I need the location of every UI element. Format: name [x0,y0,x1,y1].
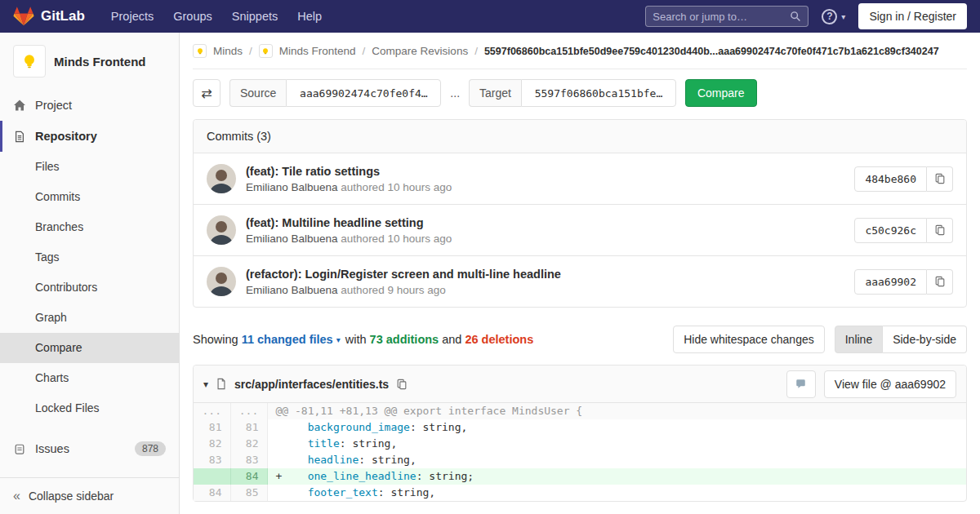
chevron-down-icon[interactable]: ▾ [336,335,341,344]
commit-meta: Emiliano Balbuena authored 10 hours ago [246,233,844,245]
swap-arrows-icon: ⇄ [201,86,212,101]
sidebar-item-files[interactable]: Files [0,152,179,182]
gitlab-logo[interactable]: GitLab [13,7,85,26]
code-key: footer_text [308,486,378,498]
project-header[interactable]: Minds Frontend [0,33,179,90]
code-key: headline [308,454,359,466]
commit-action: authored [341,284,384,296]
sidebar-item-locked-files[interactable]: Locked Files [0,393,179,423]
file-path[interactable]: src/app/interfaces/entities.ts [234,378,389,391]
commits-panel-title: Commits (3) [194,120,966,153]
code-indent [282,486,307,498]
sign-in-register-button[interactable]: Sign in / Register [858,3,967,29]
sidebar-item-tags[interactable]: Tags [0,242,179,273]
breadcrumb-group[interactable]: Minds [213,45,243,57]
copy-path-icon[interactable] [396,379,408,390]
new-line-number[interactable]: 82 [230,436,267,452]
sidebar-item-contributors[interactable]: Contributors [0,273,179,303]
old-line-number[interactable]: 82 [194,436,230,452]
nav-item-snippets[interactable]: Snippets [222,0,287,33]
author-avatar[interactable] [207,215,236,245]
old-line-number[interactable]: 83 [194,452,230,468]
commit-author[interactable]: Emiliano Balbuena [246,181,338,193]
toggle-comments-button[interactable] [786,370,816,398]
collapse-sidebar-label: Collapse sidebar [29,490,114,503]
compare-button[interactable]: Compare [685,79,757,107]
global-search[interactable] [645,6,808,27]
project-avatar [13,45,46,78]
sidebar-item-compare[interactable]: Compare [0,333,179,363]
copy-sha-button[interactable] [927,166,953,192]
file-icon [216,378,227,390]
copy-sha-button[interactable] [927,269,953,295]
collapse-diff-icon[interactable]: ▾ [203,379,208,390]
diff-row-added: 84 + one_line_headline: string; [194,468,966,485]
deletions-count: 26 deletions [465,333,533,346]
copy-icon [934,224,946,236]
view-file-button[interactable]: View file @ aaa69902 [824,370,956,398]
commits-panel: Commits (3) (feat): Tile ratio settings … [193,119,967,308]
inline-view-button[interactable]: Inline [835,326,883,353]
code-indent [282,437,307,450]
nav-item-projects[interactable]: Projects [101,0,163,33]
changed-files-dropdown[interactable]: 11 changed files [242,333,333,346]
gitlab-tanuki-icon [13,7,34,26]
swap-revisions-button[interactable]: ⇄ [193,79,220,107]
commit-title[interactable]: (feat): Tile ratio settings [246,165,844,178]
sidebar: Minds Frontend Project Repository Files … [0,33,180,514]
issues-count-badge: 878 [135,441,166,456]
sidebar-item-branches[interactable]: Branches [0,212,179,242]
commit-meta: Emiliano Balbuena authored 9 hours ago [246,284,844,296]
copy-sha-button[interactable] [927,218,953,243]
author-avatar[interactable] [207,267,236,296]
sidebar-item-repository[interactable]: Repository [0,121,179,152]
help-dropdown[interactable]: ? ▾ [822,9,845,24]
target-ref-input[interactable] [521,79,676,107]
diff-summary-row: Showing 11 changed files ▾ with 73 addit… [193,326,967,353]
old-line-number[interactable]: 81 [194,419,230,436]
nav-item-groups[interactable]: Groups [163,0,222,33]
old-line-number[interactable] [194,468,230,485]
commit-sha-group: c50c926c [854,218,953,243]
main-content: Minds / Minds Frontend / Compare Revisio… [180,33,980,514]
code-indent [282,454,307,466]
diff-view-actions: Hide whitespace changes Inline Side-by-s… [673,326,967,353]
issues-icon [13,443,26,455]
commit-sha[interactable]: 484be860 [854,166,927,192]
new-line-number[interactable]: 83 [230,452,267,468]
collapse-sidebar-button[interactable]: « Collapse sidebar [0,477,179,514]
commit-author[interactable]: Emiliano Balbuena [246,284,338,296]
nav-item-help[interactable]: Help [287,0,332,33]
sidebar-item-commits[interactable]: Commits [0,182,179,212]
source-ref-input[interactable] [286,79,441,107]
author-avatar[interactable] [207,164,236,193]
new-line-number[interactable]: 85 [230,485,267,501]
commit-time: 9 hours ago [387,284,445,296]
home-icon [13,99,26,112]
additions-count: 73 additions [370,333,439,346]
sidebar-item-project[interactable]: Project [0,90,179,121]
new-line-number[interactable]: 84 [230,468,267,485]
sidebar-item-issues[interactable]: Issues 878 [0,432,179,465]
commit-sha[interactable]: c50c926c [854,218,927,243]
commit-author[interactable]: Emiliano Balbuena [246,233,338,245]
new-line-number: ... [230,403,267,419]
breadcrumb-project[interactable]: Minds Frontend [279,45,356,57]
main-menu: Projects Groups Snippets Help [101,0,332,33]
code-line: title: string, [267,436,966,452]
commit-title[interactable]: (refactor): Login/Register screen and mu… [246,268,844,281]
sidebar-item-graph[interactable]: Graph [0,303,179,333]
chevron-down-icon: ▾ [841,12,845,21]
side-by-side-view-button[interactable]: Side-by-side [883,326,967,353]
group-avatar-icon [193,44,207,58]
new-line-number[interactable]: 81 [230,419,267,436]
search-input[interactable] [653,11,790,23]
breadcrumb-section[interactable]: Compare Revisions [372,45,468,57]
commit-sha[interactable]: aaa69902 [854,269,927,295]
hide-whitespace-button[interactable]: Hide whitespace changes [673,326,825,353]
code-indent [282,470,307,482]
sidebar-item-charts[interactable]: Charts [0,363,179,393]
commit-title[interactable]: (feat): Multiline headline setting [246,216,844,229]
old-line-number[interactable]: 84 [194,485,230,501]
project-avatar-icon [259,44,273,58]
